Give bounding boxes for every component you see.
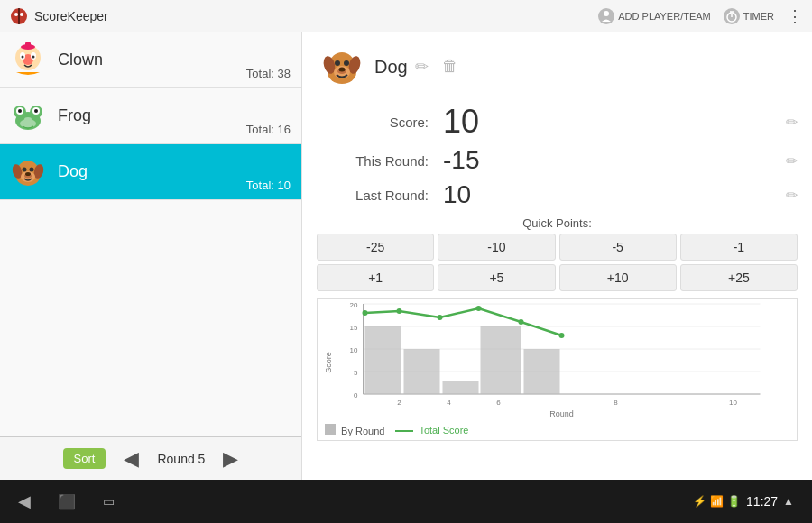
quick-btn-pos10[interactable]: +10 [559,264,677,291]
top-bar-left: ScoreKeeper [9,6,108,26]
detail-header: Dog ✏ 🗑 [317,41,798,92]
score-edit-icon[interactable]: ✏ [786,114,798,131]
quick-btn-neg1[interactable]: -1 [680,234,798,261]
svg-point-40 [344,60,349,66]
svg-point-67 [397,308,402,314]
usb-icon: ⚡ [693,495,706,508]
svg-point-21 [18,109,22,113]
bottom-nav: Sort ◀ Round 5 ▶ [0,436,301,480]
prev-round-button[interactable]: ◀ [124,447,139,471]
svg-text:0: 0 [354,391,358,399]
svg-rect-65 [524,349,560,394]
quick-btn-pos1[interactable]: +1 [317,264,434,291]
svg-point-31 [30,167,34,171]
edit-name-icon[interactable]: ✏ [415,57,435,77]
dog-total: Total: 10 [246,179,291,192]
svg-text:10: 10 [350,346,358,354]
legend-line-dash [395,430,413,432]
timer-button[interactable]: TIMER [724,8,774,24]
score-label: Score: [317,115,443,130]
chart-svg: Score 20 15 10 5 [318,299,797,417]
add-player-button[interactable]: ADD PLAYER/TEAM [598,8,711,24]
timer-icon [724,8,740,24]
svg-point-66 [363,310,368,316]
legend-line-label: Total Score [419,425,468,436]
svg-text:10: 10 [729,399,737,407]
svg-point-42 [339,68,346,72]
svg-point-4 [604,11,609,16]
svg-rect-62 [404,349,440,394]
back-button[interactable]: ◀ [18,491,31,511]
quick-btn-pos5[interactable]: +5 [438,264,555,291]
dog-avatar-detail [317,41,367,92]
detail-panel: Dog ✏ 🗑 Score: 10 ✏ This Round: -15 ✏ La… [302,32,812,480]
svg-point-12 [22,55,24,58]
legend-line-item: Total Score [395,425,468,436]
svg-point-13 [32,55,35,58]
frog-avatar [7,96,49,137]
clown-avatar [7,40,49,81]
home-button[interactable]: ⬛ [58,493,76,510]
player-list: Clown Total: 38 Frog Total: 16 [0,32,302,480]
svg-point-69 [476,306,482,311]
wifi-icon: ▲ [783,495,794,508]
recent-apps-button[interactable]: ▭ [103,494,115,509]
detail-player-name: Dog [374,57,408,78]
last-round-label: Last Round: [317,188,443,203]
left-spacer [0,200,301,436]
this-round-edit-icon[interactable]: ✏ [786,152,798,170]
score-row: Score: 10 ✏ [317,103,798,141]
svg-text:2: 2 [397,399,401,407]
last-round-value: 10 [443,180,779,209]
score-chart: Score 20 15 10 5 [317,298,798,441]
sort-button[interactable]: Sort [63,448,106,469]
svg-text:15: 15 [350,324,358,332]
svg-rect-63 [443,381,479,394]
player-item-clown[interactable]: Clown Total: 38 [0,32,301,88]
app-title: ScoreKeeper [34,9,108,23]
this-round-label: This Round: [317,153,443,169]
player-item-frog[interactable]: Frog Total: 16 [0,88,301,144]
this-round-row: This Round: -15 ✏ [317,146,798,175]
svg-point-22 [34,109,38,113]
next-round-button[interactable]: ▶ [223,447,238,471]
battery-icon: 🔋 [727,495,741,508]
svg-text:4: 4 [447,399,451,407]
svg-point-1 [14,13,18,16]
quick-btn-neg25[interactable]: -25 [317,234,434,261]
quick-btn-neg10[interactable]: -10 [438,234,555,261]
dog-avatar-list [7,151,49,193]
legend-bar-label: By Round [341,426,384,436]
svg-point-24 [24,117,32,121]
svg-text:5: 5 [354,369,358,377]
android-nav-buttons: ◀ ⬛ ▭ [18,491,115,511]
svg-point-68 [438,315,443,320]
svg-point-30 [23,167,27,171]
quick-btn-neg5[interactable]: -5 [559,234,677,261]
top-bar: ScoreKeeper ADD PLAYER/TEAM TIMER ⋮ [0,0,812,32]
last-round-edit-icon[interactable]: ✏ [786,187,798,204]
svg-point-2 [20,13,23,16]
svg-text:Round: Round [549,409,574,417]
svg-text:8: 8 [614,399,618,407]
svg-point-71 [559,333,565,338]
score-value: 10 [443,103,779,141]
app-icon [9,6,29,26]
round-label: Round 5 [157,452,205,466]
status-icons: ⚡ 📶 🔋 [693,495,741,508]
svg-rect-15 [25,42,31,48]
person-icon [598,8,614,24]
delete-player-icon[interactable]: 🗑 [442,57,462,77]
svg-rect-64 [481,326,521,394]
this-round-value: -15 [443,146,779,175]
svg-point-70 [519,319,524,325]
player-item-dog[interactable]: Dog Total: 10 [0,144,301,200]
quick-btn-pos25[interactable]: +25 [680,264,798,291]
svg-text:6: 6 [496,399,501,407]
frog-total: Total: 16 [246,123,291,136]
more-options-button[interactable]: ⋮ [787,6,803,26]
quick-points-label: Quick Points: [317,216,798,230]
y-axis-label: Score [324,352,333,373]
detail-icon-group: ✏ 🗑 [415,57,462,77]
legend-bar-box [325,424,336,435]
